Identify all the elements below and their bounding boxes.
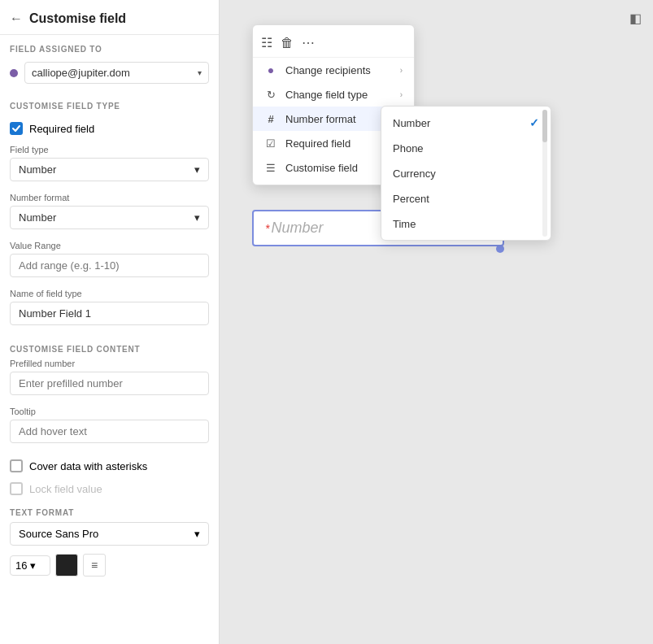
font-size-select[interactable]: 16 ▾ (10, 555, 50, 576)
cover-data-checkbox[interactable] (10, 459, 23, 472)
name-of-field-type-group: Name of field type (10, 289, 209, 325)
chevron-down-icon: ▾ (194, 528, 200, 540)
tooltip-group: Tooltip (10, 407, 209, 443)
number-format-value: Number (19, 211, 56, 224)
field-type-value: Number (19, 163, 56, 176)
tooltip-label: Tooltip (10, 407, 209, 416)
submenu-item-time[interactable]: Time (381, 211, 551, 237)
customise-field-menu-label: Customise field (285, 162, 358, 174)
prefilled-group: Prefilled number (10, 359, 209, 395)
color-swatch[interactable] (55, 554, 78, 577)
chevron-down-icon: ▾ (194, 211, 200, 224)
customise-field-type-label: CUSTOMISE FIELD TYPE (0, 92, 219, 115)
submenu: Number ✓ Phone Currency Percent Time (381, 106, 551, 241)
submenu-scrollbar (542, 110, 547, 237)
more-icon[interactable]: ⋯ (302, 35, 315, 50)
required-field-row: Required field (10, 115, 209, 145)
field-assigned-row: calliope@jupiter.dom ▾ (0, 59, 219, 92)
field-type-select[interactable]: Number ▾ (10, 158, 209, 181)
submenu-item-currency[interactable]: Currency (381, 161, 551, 186)
time-option-label: Time (393, 218, 416, 230)
tooltip-input[interactable] (10, 420, 209, 443)
prefilled-input[interactable] (10, 372, 209, 395)
required-field-label: Required field (29, 123, 94, 135)
submenu-item-phone[interactable]: Phone (381, 136, 551, 161)
trash-icon[interactable]: 🗑 (281, 36, 294, 50)
font-value: Source Sans Pro (19, 528, 98, 540)
cover-data-label: Cover data with asterisks (29, 460, 147, 472)
cover-data-row: Cover data with asterisks (0, 455, 219, 477)
right-panel: ◧ ☷ 🗑 ⋯ ● Change recipients › ↻ Change f… (220, 0, 653, 644)
chevron-down-icon: ▾ (30, 559, 36, 572)
menu-item-left: ☰ Customise field (264, 161, 358, 174)
assigned-email-select[interactable]: calliope@jupiter.dom ▾ (24, 62, 209, 84)
align-button[interactable]: ≡ (83, 554, 106, 577)
menu-item-left: # Number format (264, 112, 356, 125)
prefilled-label: Prefilled number (10, 359, 209, 368)
lock-field-checkbox (10, 482, 23, 495)
value-range-input[interactable] (10, 254, 209, 277)
number-placeholder: Number (271, 220, 323, 237)
assigned-email-text: calliope@jupiter.dom (32, 67, 198, 79)
font-controls-row: 16 ▾ ≡ (10, 554, 209, 577)
grid-icon[interactable]: ☷ (261, 35, 272, 50)
text-format-label: TEXT FORMAT (0, 500, 219, 522)
panel-title: Customise field (29, 11, 126, 26)
name-of-field-type-label: Name of field type (10, 289, 209, 298)
field-type-group: Field type Number ▾ (10, 145, 209, 181)
text-format-section: Source Sans Pro ▾ 16 ▾ ≡ (0, 522, 219, 577)
recipients-icon: ● (264, 63, 277, 76)
change-recipients-label: Change recipients (285, 64, 371, 76)
currency-option-label: Currency (393, 168, 436, 180)
change-field-type-icon: ↻ (264, 88, 277, 101)
drag-handle[interactable] (496, 245, 504, 253)
customise-content-label: CUSTOMISE FIELD CONTENT (0, 337, 219, 359)
number-format-icon: # (264, 112, 277, 125)
submenu-item-number[interactable]: Number ✓ (381, 110, 551, 136)
copy-icon[interactable]: ◧ (625, 8, 645, 28)
menu-item-left: ↻ Change field type (264, 88, 368, 101)
customise-field-icon: ☰ (264, 161, 277, 174)
back-button[interactable]: ← (10, 11, 23, 26)
back-header: ← Customise field (0, 0, 219, 35)
lock-field-row: Lock field value (0, 477, 219, 500)
number-format-group: Number format Number ▾ (10, 193, 209, 229)
required-asterisk: * (265, 222, 269, 235)
number-format-label: Number format (285, 113, 356, 125)
number-option-label: Number (393, 117, 430, 129)
chevron-down-icon: ▾ (198, 68, 202, 77)
value-range-group: Value Range (10, 241, 209, 277)
value-range-label: Value Range (10, 241, 209, 250)
number-format-label: Number format (10, 193, 209, 202)
required-field-menu-label: Required field (285, 137, 350, 150)
percent-option-label: Percent (393, 193, 429, 205)
name-of-field-type-input[interactable] (10, 302, 209, 325)
submenu-scroll-thumb (542, 110, 547, 142)
required-field-checkbox[interactable] (10, 122, 23, 135)
menu-item-left: ☑ Required field (264, 137, 350, 150)
font-select[interactable]: Source Sans Pro ▾ (10, 522, 209, 546)
left-panel: ← Customise field FIELD ASSIGNED TO call… (0, 0, 220, 644)
arrow-icon: › (400, 66, 403, 75)
submenu-item-percent[interactable]: Percent (381, 186, 551, 211)
field-assigned-section-label: FIELD ASSIGNED TO (0, 35, 219, 59)
arrow-icon: › (400, 90, 403, 99)
menu-item-left: ● Change recipients (264, 63, 371, 76)
chevron-down-icon: ▾ (194, 163, 200, 176)
check-mark-icon: ✓ (529, 116, 539, 129)
content-section: Prefilled number Tooltip (0, 359, 219, 455)
number-format-select[interactable]: Number ▾ (10, 206, 209, 229)
dot-purple-icon (10, 69, 18, 77)
customise-field-type-section: Required field Field type Number ▾ Numbe… (0, 115, 219, 337)
menu-item-change-field-type[interactable]: ↻ Change field type › (253, 82, 414, 107)
required-field-icon: ☑ (264, 137, 277, 150)
menu-toolbar: ☷ 🗑 ⋯ (253, 30, 414, 58)
phone-option-label: Phone (393, 142, 424, 154)
font-size-value: 16 (15, 559, 27, 572)
field-type-label: Field type (10, 145, 209, 154)
menu-item-change-recipients[interactable]: ● Change recipients › (253, 58, 414, 82)
change-field-type-label: Change field type (285, 89, 368, 101)
lock-field-label: Lock field value (29, 483, 102, 495)
